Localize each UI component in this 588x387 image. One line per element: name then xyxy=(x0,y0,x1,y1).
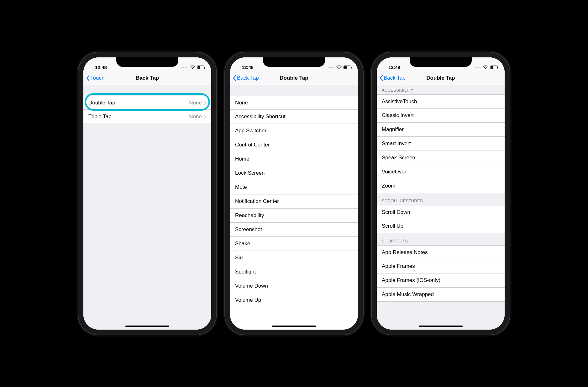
option-label: Volume Down xyxy=(235,283,353,289)
notch xyxy=(116,57,178,67)
battery-icon xyxy=(197,66,204,69)
back-label: Back Tap xyxy=(237,75,259,81)
phone-back-tap-root: 12:48 Touch Back Tap xyxy=(78,52,216,335)
chevron-right-icon xyxy=(204,114,206,120)
option-label: Notification Center xyxy=(235,198,353,204)
option-row[interactable]: Reachability xyxy=(230,209,358,223)
nav-bar: Back Tap Double Tap xyxy=(377,71,505,85)
option-row[interactable]: Notification Center xyxy=(230,194,358,209)
nav-bar: Touch Back Tap xyxy=(83,71,211,85)
option-label: Lock Screen xyxy=(235,170,353,176)
option-row[interactable]: Classic Invert xyxy=(377,109,505,123)
wifi-icon xyxy=(190,66,195,69)
option-label: VoiceOver xyxy=(382,169,500,175)
option-row[interactable]: Screenshot xyxy=(230,223,358,237)
option-row[interactable]: VoiceOver xyxy=(377,165,505,179)
option-row[interactable]: Volume Up xyxy=(230,293,358,307)
option-label: Spotlight xyxy=(235,269,353,275)
option-label: Zoom xyxy=(382,183,500,189)
option-row[interactable]: Spotlight xyxy=(230,265,358,279)
option-label: Scroll Up xyxy=(382,223,500,229)
status-time: 12:48 xyxy=(237,65,258,71)
back-label: Back Tap xyxy=(384,75,406,81)
option-row[interactable]: Zoom xyxy=(377,179,505,193)
option-label: Screenshot xyxy=(235,226,353,233)
side-button[interactable] xyxy=(216,125,218,153)
option-row[interactable]: Smart Invert xyxy=(377,137,505,151)
cell-signal-icon xyxy=(475,67,480,68)
option-label: Reachability xyxy=(235,212,353,219)
back-button[interactable]: Touch xyxy=(86,75,104,81)
screen: 12:48 Back Tap Double Tap NoneAccessibil… xyxy=(230,57,358,330)
notch xyxy=(410,57,472,67)
side-button[interactable] xyxy=(510,125,512,153)
section-header: SCROLL GESTURES xyxy=(377,193,505,205)
option-row[interactable]: Accessibility Shortcut xyxy=(230,110,358,124)
option-row[interactable]: Magnifier xyxy=(377,123,505,137)
option-row[interactable]: Shake xyxy=(230,237,358,251)
row-value: None xyxy=(189,114,202,120)
status-time: 12:49 xyxy=(384,65,405,71)
back-button[interactable]: Back Tap xyxy=(233,75,259,81)
home-indicator[interactable] xyxy=(272,326,316,327)
row-label: Triple Tap xyxy=(88,114,189,120)
option-label: App Switcher xyxy=(235,128,353,134)
option-row[interactable]: Lock Screen xyxy=(230,166,358,180)
chevron-left-icon xyxy=(86,75,90,81)
back-button[interactable]: Back Tap xyxy=(379,75,406,81)
content-area[interactable]: ACCESSIBILITYAssistiveTouchClassic Inver… xyxy=(377,85,505,330)
back-label: Touch xyxy=(90,75,104,81)
nav-bar: Back Tap Double Tap xyxy=(230,71,358,85)
status-time: 12:48 xyxy=(90,65,112,71)
chevron-right-icon xyxy=(204,100,206,106)
option-row[interactable]: Siri xyxy=(230,251,358,265)
option-label: App Release Notes xyxy=(382,249,500,256)
row-double-tap[interactable]: Double Tap None xyxy=(83,96,211,110)
cell-signal-icon xyxy=(328,67,334,68)
option-row[interactable]: Volume Down xyxy=(230,279,358,293)
notch xyxy=(263,57,325,67)
option-row[interactable]: App Release Notes xyxy=(377,245,505,259)
battery-icon xyxy=(344,66,351,69)
option-label: Accessibility Shortcut xyxy=(235,114,353,120)
option-label: AssistiveTouch xyxy=(382,98,500,105)
option-row[interactable]: Apple Frames xyxy=(377,259,505,273)
option-row[interactable]: Apple Music Wrapped xyxy=(377,288,505,302)
option-label: Scroll Down xyxy=(382,209,500,215)
cell-signal-icon xyxy=(181,67,187,68)
option-label: Volume Up xyxy=(235,297,353,303)
option-label: Apple Frames xyxy=(382,263,500,269)
row-triple-tap[interactable]: Triple Tap None xyxy=(83,110,211,124)
option-row[interactable]: Speak Screen xyxy=(377,151,505,165)
section-header: ACCESSIBILITY xyxy=(377,85,505,94)
side-button[interactable] xyxy=(363,125,365,153)
option-label: Magnifier xyxy=(382,126,500,133)
phone-double-tap-scrolled: 12:49 Back Tap Double Tap ACCESSIBILITYA… xyxy=(372,52,510,335)
chevron-left-icon xyxy=(379,75,383,81)
wifi-icon xyxy=(483,66,488,69)
option-row[interactable]: None xyxy=(230,96,358,110)
option-row[interactable]: AssistiveTouch xyxy=(377,94,505,109)
battery-icon xyxy=(490,66,498,69)
home-indicator[interactable] xyxy=(419,326,463,327)
option-label: Control Center xyxy=(235,142,353,148)
option-row[interactable]: Control Center xyxy=(230,138,358,152)
option-row[interactable]: Home xyxy=(230,152,358,166)
phone-double-tap-list: 12:48 Back Tap Double Tap NoneAccessibil… xyxy=(225,52,363,335)
option-label: None xyxy=(235,100,353,106)
option-row[interactable]: App Switcher xyxy=(230,124,358,138)
option-row[interactable]: Apple Frames (iOS-only) xyxy=(377,273,505,288)
option-label: Siri xyxy=(235,255,353,261)
row-label: Double Tap xyxy=(88,100,189,106)
option-label: Speak Screen xyxy=(382,155,500,161)
option-row[interactable]: Mute xyxy=(230,180,358,194)
chevron-left-icon xyxy=(233,75,236,81)
option-row[interactable]: Scroll Up xyxy=(377,219,505,233)
option-label: Apple Frames (iOS-only) xyxy=(382,277,500,284)
option-label: Mute xyxy=(235,184,353,190)
row-value: None xyxy=(189,100,202,106)
content-area[interactable]: NoneAccessibility ShortcutApp SwitcherCo… xyxy=(230,85,358,330)
option-row[interactable]: Scroll Down xyxy=(377,205,505,219)
content-area: Double Tap None Triple Tap None xyxy=(83,85,211,330)
home-indicator[interactable] xyxy=(125,326,169,327)
